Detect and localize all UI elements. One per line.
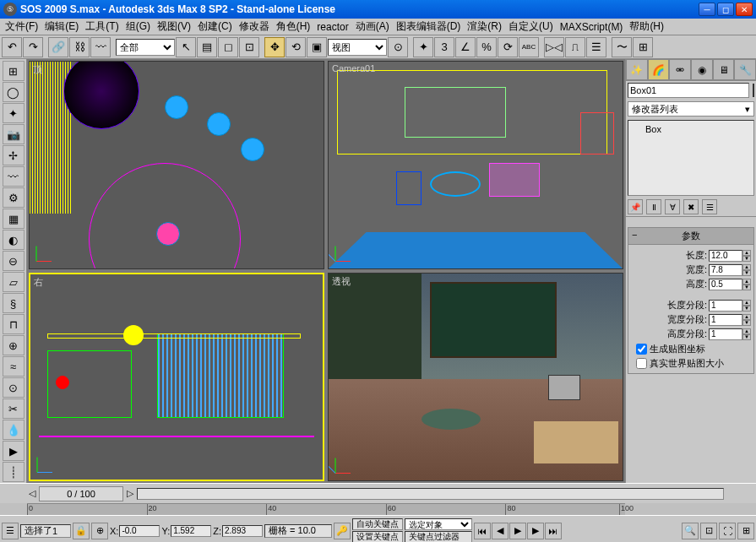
reactor-preview-icon[interactable]: ▶ [3,441,24,461]
length-input[interactable] [709,250,742,262]
reactor-sphere-icon[interactable]: ◐ [3,230,24,250]
selection-filter[interactable]: 全部 [116,39,175,56]
height-down[interactable]: ▼ [742,285,751,290]
goto-end-button[interactable]: ⏭ [545,523,562,539]
tab-objects-icon[interactable]: ⊞ [3,61,24,81]
reactor-motor-icon[interactable]: ⊕ [3,335,24,355]
frame-indicator[interactable]: 0 / 100 [39,486,123,501]
reactor-fracture-icon[interactable]: ✂ [3,398,24,419]
next-frame-button[interactable]: ▶ [527,523,544,539]
zoom-button[interactable]: 🔍 [682,523,699,539]
hseg-input[interactable] [709,328,742,340]
reactor-analyze-icon[interactable]: ┊ [3,462,24,482]
play-button[interactable]: ▶ [509,523,526,539]
menu-reactor[interactable]: reactor [313,19,351,35]
maximize-button[interactable]: ◻ [717,3,734,16]
hseg-down[interactable]: ▼ [742,334,751,340]
viewport-top[interactable]: 顶 [29,61,324,269]
redo-button[interactable]: ↷ [23,37,43,57]
modify-tab[interactable]: 🌈 [648,59,670,80]
length-down[interactable]: ▼ [742,256,751,262]
object-name-input[interactable] [628,83,749,98]
make-unique-button[interactable]: ∀ [665,199,680,214]
goto-start-button[interactable]: ⏮ [474,523,491,539]
height-input[interactable] [709,279,742,290]
menu-views[interactable]: 视图(V) [154,18,194,35]
menu-character[interactable]: 角色(H) [273,18,314,35]
keymode-dropdown[interactable]: 选定对象 [405,518,472,530]
undo-button[interactable]: ↶ [2,37,22,57]
layers-button[interactable]: ☰ [586,37,606,57]
wseg-input[interactable] [709,314,742,326]
tab-spacewarps-icon[interactable]: 〰 [3,166,24,187]
track-bar[interactable]: 0 20 40 60 80 100 [27,503,625,515]
viewport-perspective[interactable]: 透视 [328,273,623,481]
menu-file[interactable]: 文件(F) [2,18,41,35]
object-color-swatch[interactable] [753,84,754,97]
transform-type-button[interactable]: ⊕ [91,523,108,539]
menu-help[interactable]: 帮助(H) [626,18,667,35]
menu-grapheditors[interactable]: 图表编辑器(D) [393,18,465,35]
motion-tab[interactable]: ◉ [691,59,713,80]
display-tab[interactable]: 🖥 [713,59,735,80]
reactor-plane-icon[interactable]: ▱ [3,272,24,292]
menu-edit[interactable]: 编辑(E) [41,18,82,35]
reactor-cyl-icon[interactable]: ⊖ [3,251,24,271]
select-by-name-button[interactable]: ▤ [197,37,217,57]
lock-selection-button[interactable]: 🔒 [73,523,90,539]
align-button[interactable]: ⎍ [565,37,585,57]
x-coord-input[interactable] [119,525,160,537]
menu-group[interactable]: 组(G) [122,18,154,35]
curve-editor-button[interactable]: 〜 [612,37,632,57]
time-slider[interactable]: ◁ 0 / 100 ▷ [0,483,756,503]
spinner-snap-button[interactable]: ⟳ [498,37,518,57]
named-selsets-button[interactable]: ABC [519,37,539,57]
viewport-camera[interactable]: Camera01 [328,61,623,269]
hierarchy-tab[interactable]: ⚮ [669,59,691,80]
manipulate-button[interactable]: ✦ [413,37,433,57]
wseg-down[interactable]: ▼ [742,320,751,326]
reactor-wind-icon[interactable]: ≈ [3,356,24,377]
menu-animation[interactable]: 动画(A) [352,18,393,35]
utilities-tab[interactable]: 🔧 [734,59,756,80]
pivot-button[interactable]: ⊙ [388,37,408,57]
hseg-up[interactable]: ▲ [742,328,751,334]
create-tab[interactable]: ✨ [626,59,648,80]
viewport-right[interactable]: 右 [29,273,324,481]
tab-shapes-icon[interactable]: ◯ [3,82,24,102]
menu-tools[interactable]: 工具(T) [82,18,122,35]
zoom-extents-all-button[interactable]: ⊞ [737,523,754,539]
lseg-up[interactable]: ▲ [742,300,751,306]
tab-systems-icon[interactable]: ⚙ [3,187,24,208]
autokey-button[interactable]: 自动关键点 [352,518,403,530]
minimize-button[interactable]: ─ [699,3,715,16]
rotate-button[interactable]: ⟲ [286,37,306,57]
reactor-water-icon[interactable]: 💧 [3,420,24,440]
tab-helpers-icon[interactable]: ✢ [3,145,24,165]
maxscript-mini-button[interactable]: ☰ [2,523,19,539]
scale-button[interactable]: ▣ [307,37,327,57]
percent-snap-button[interactable]: % [476,37,497,57]
menu-create[interactable]: 创建(C) [194,18,236,35]
zoom-all-button[interactable]: ⊡ [700,523,717,539]
pin-stack-button[interactable]: 📌 [628,199,643,214]
width-up[interactable]: ▲ [742,264,751,270]
refcoord-dropdown[interactable]: 视图 [328,39,387,56]
snap-toggle-3[interactable]: 3 [434,37,454,57]
key-mode-button[interactable]: 🔑 [334,523,351,539]
move-button[interactable]: ✥ [264,37,285,57]
setkey-button[interactable]: 设置关键点 [352,531,403,542]
modifier-stack[interactable]: Box [628,120,754,196]
select-button[interactable]: ↖ [176,37,196,57]
configure-sets-button[interactable]: ☰ [702,199,717,214]
mirror-button[interactable]: ▷◁ [544,37,564,57]
schematic-view-button[interactable]: ⊞ [633,37,653,57]
zoom-extents-button[interactable]: ⛶ [719,523,736,539]
length-up[interactable]: ▲ [742,250,751,256]
y-coord-input[interactable] [171,525,211,537]
width-down[interactable]: ▼ [742,270,751,276]
show-end-result-button[interactable]: Ⅱ [646,199,661,214]
prev-frame-button[interactable]: ◀ [492,523,509,539]
close-button[interactable]: ✕ [736,3,753,16]
modifier-list-dropdown[interactable]: 修改器列表▾ [628,101,754,117]
